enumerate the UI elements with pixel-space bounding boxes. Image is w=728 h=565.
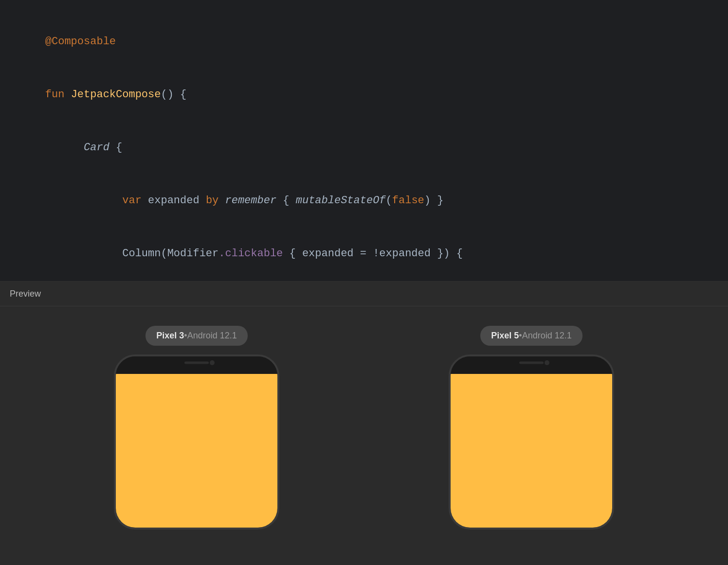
preview-content: Pixel 3 • Android 12.1 [0, 306, 728, 565]
phone-speaker-pixel3 [184, 362, 209, 364]
phone-top-bar-pixel3 [116, 356, 277, 374]
preview-header: Preview [0, 282, 728, 306]
phone-side-btn-power [278, 405, 279, 436]
code-editor: @Composable fun JetpackCompose() { Card … [0, 0, 728, 282]
device-pixel5: Pixel 5 • Android 12.1 [449, 326, 614, 530]
phone-side-btn-power-p5 [613, 405, 614, 436]
annotation-composable: @Composable [45, 35, 116, 48]
phone-side-btn-vol-up-p5 [449, 404, 450, 424]
func-name: JetpackCompose [71, 88, 161, 101]
phone-camera-pixel5 [545, 360, 549, 365]
phone-notch-pixel3 [170, 356, 223, 369]
phone-notch-pixel5 [505, 356, 558, 369]
device-pixel3-os: Android 12.1 [187, 331, 237, 341]
device-pixel5-name: Pixel 5 [491, 331, 519, 341]
preview-section: Preview Pixel 3 • Android 12.1 [0, 282, 728, 565]
preview-title: Preview [10, 289, 41, 299]
device-pixel5-os: Android 12.1 [522, 331, 572, 341]
phone-speaker-pixel5 [519, 362, 544, 364]
code-line-2: fun JetpackCompose() { [19, 69, 709, 122]
phone-screen-pixel3 [116, 374, 277, 528]
phone-side-btn-mute-p5 [449, 386, 450, 399]
phone-screen-pixel5 [451, 374, 612, 528]
phone-mockup-pixel5 [449, 354, 614, 530]
code-line-3: Card { [19, 122, 709, 175]
device-pixel5-label: Pixel 5 • Android 12.1 [480, 326, 582, 346]
device-pixel3-label: Pixel 3 • Android 12.1 [146, 326, 247, 346]
phone-side-btn-vol-up [114, 404, 115, 424]
code-line-5: Column(Modifier.clickable { expanded = !… [19, 228, 709, 281]
code-line-1: @Composable [19, 16, 709, 69]
device-pixel3-name: Pixel 3 [156, 331, 184, 341]
device-pixel3: Pixel 3 • Android 12.1 [114, 326, 279, 530]
phone-mockup-pixel3 [114, 354, 279, 530]
code-line-4: var expanded by remember { mutableStateO… [19, 175, 709, 228]
phone-side-btn-vol-down [114, 429, 115, 450]
phone-top-bar-pixel5 [451, 356, 612, 374]
keyword-fun: fun [45, 88, 71, 101]
phone-side-btn-mute [114, 386, 115, 399]
phone-side-btn-vol-down-p5 [449, 429, 450, 450]
phone-camera-pixel3 [210, 360, 215, 365]
